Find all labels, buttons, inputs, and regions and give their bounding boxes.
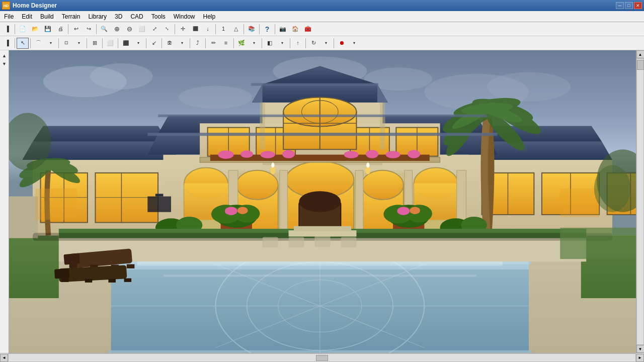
canvas-area[interactable]: [9, 50, 636, 353]
curved-dropdown[interactable]: ▾: [45, 38, 57, 49]
up-arrow-tool[interactable]: ↑: [292, 38, 304, 49]
blocks-dropdown[interactable]: ▾: [132, 38, 144, 49]
export-tool[interactable]: ⤴: [192, 38, 204, 49]
menu-edit[interactable]: Edit: [18, 11, 36, 22]
sep2: [68, 24, 68, 34]
search-button[interactable]: 🔍: [98, 24, 110, 35]
rec-dropdown[interactable]: ▾: [348, 38, 360, 49]
scroll-thumb-horizontal[interactable]: [316, 355, 328, 361]
plant-tool[interactable]: 🌿: [235, 38, 248, 49]
curved-line-tool[interactable]: ⌒: [32, 38, 44, 49]
rotate-tool[interactable]: ↻: [307, 38, 319, 49]
plant-dropdown[interactable]: ▾: [248, 38, 260, 49]
rec-button[interactable]: ⏺: [336, 38, 348, 49]
save-button[interactable]: 💾: [42, 24, 54, 35]
material-tool[interactable]: ≡: [220, 38, 232, 49]
svg-rect-159: [289, 237, 304, 248]
house-view-button[interactable]: 🏠: [289, 24, 301, 35]
svg-rect-154: [163, 275, 476, 277]
menu-library[interactable]: Library: [84, 11, 111, 22]
svg-rect-133: [124, 279, 132, 282]
redo-button[interactable]: ↪: [83, 24, 95, 35]
pointer-tool[interactable]: ↖: [17, 38, 29, 49]
struct-tool[interactable]: 🏚: [164, 38, 176, 49]
struct-dropdown[interactable]: ▾: [176, 38, 188, 49]
lv-up-button[interactable]: ▲: [1, 52, 8, 59]
svg-point-87: [386, 151, 400, 158]
app-icon: HD: [2, 2, 10, 10]
svg-point-145: [271, 162, 274, 167]
menu-tools[interactable]: Tools: [147, 11, 170, 22]
minimize-button[interactable]: ─: [616, 2, 624, 9]
scroll-right-button[interactable]: ►: [636, 354, 644, 362]
blocks-tool[interactable]: ⬛: [120, 38, 132, 49]
menu-3d[interactable]: 3D: [111, 11, 126, 22]
menu-help[interactable]: Help: [199, 11, 219, 22]
scroll-track-vertical[interactable]: [636, 58, 644, 345]
zoom-out-button[interactable]: ⊖: [123, 24, 135, 35]
menu-terrain[interactable]: Terrain: [58, 11, 85, 22]
zoom-rect-button[interactable]: ⬜: [136, 24, 148, 35]
3d-block-tool[interactable]: ◧: [264, 38, 276, 49]
lv-down-button[interactable]: ▼: [1, 60, 8, 67]
svg-point-82: [240, 150, 253, 158]
close-button[interactable]: ✕: [634, 2, 642, 9]
sep-t2-3: [58, 38, 59, 48]
toolbox-button[interactable]: 🧰: [302, 24, 314, 35]
grid-tool[interactable]: ⊞: [89, 38, 101, 49]
svg-rect-131: [85, 279, 93, 283]
camera-view-button[interactable]: 📷: [277, 24, 289, 35]
sep-t2-11: [233, 38, 234, 48]
window-controls: ─ □ ✕: [616, 2, 642, 9]
library-button[interactable]: 📚: [246, 24, 258, 35]
sep6: [244, 24, 244, 34]
sep-t2-15: [334, 38, 334, 48]
toolbar-1: ▐ 📄 📂 💾 🖨 ↩ ↪ 🔍 ⊕ ⊖ ⬜ ⤢ ⤡ ✛ ⬛ ↓ 1 △ 📚 ? …: [0, 22, 644, 36]
toggle-down-tool[interactable]: ↙: [148, 38, 160, 49]
menu-build[interactable]: Build: [36, 11, 58, 22]
3d-block-dropdown[interactable]: ▾: [276, 38, 288, 49]
select-all-button[interactable]: ⬛: [189, 24, 201, 35]
zoom-full-button[interactable]: ⤢: [148, 24, 160, 35]
num1-button[interactable]: 1: [217, 24, 229, 35]
paint-tool[interactable]: ✏: [207, 38, 219, 49]
sep1: [15, 24, 15, 34]
move-button[interactable]: ✛: [177, 24, 189, 35]
svg-rect-141: [155, 194, 164, 196]
zoom-in-button[interactable]: ⊕: [111, 24, 123, 35]
svg-point-114: [397, 207, 410, 215]
snap-tool[interactable]: ⊡: [60, 38, 72, 49]
menu-cad[interactable]: CAD: [126, 11, 147, 22]
floor-down-button[interactable]: ↓: [202, 24, 214, 35]
toolbar-panel-toggle[interactable]: ▐: [1, 24, 13, 35]
svg-point-107: [234, 205, 260, 222]
sep-t2-6: [118, 38, 118, 48]
scroll-down-button[interactable]: ▼: [636, 345, 645, 353]
scroll-up-button[interactable]: ▲: [636, 50, 645, 58]
sep3: [96, 24, 97, 34]
toolbar2-panel-toggle[interactable]: ▐: [1, 38, 13, 49]
new-button[interactable]: 📄: [17, 24, 29, 35]
snap-dropdown[interactable]: ▾: [73, 38, 85, 49]
menu-window[interactable]: Window: [170, 11, 199, 22]
scroll-thumb-vertical[interactable]: [637, 60, 644, 70]
scroll-track-horizontal[interactable]: [8, 353, 636, 362]
rotate-dropdown[interactable]: ▾: [320, 38, 332, 49]
zoom-fit-button[interactable]: ⤡: [161, 24, 173, 35]
svg-rect-147: [260, 103, 265, 149]
svg-point-2: [90, 63, 153, 89]
svg-rect-162: [263, 237, 278, 248]
help-button[interactable]: ?: [261, 24, 273, 35]
svg-point-86: [366, 150, 378, 158]
undo-button[interactable]: ↩: [70, 24, 82, 35]
left-toolbar: ▲ ▼: [0, 50, 9, 353]
maximize-button[interactable]: □: [625, 2, 633, 9]
print-button[interactable]: 🖨: [54, 24, 66, 35]
svg-point-61: [362, 170, 404, 200]
scroll-left-button[interactable]: ◄: [0, 354, 8, 362]
menu-file[interactable]: File: [0, 11, 18, 22]
stamp-tool[interactable]: ⬜: [104, 38, 116, 49]
open-button[interactable]: 📂: [29, 24, 41, 35]
sep8: [275, 24, 275, 34]
floor-up-button[interactable]: △: [230, 24, 242, 35]
